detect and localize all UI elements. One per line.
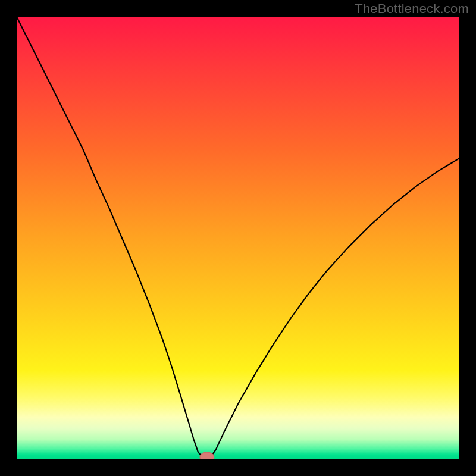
watermark-text: TheBottleneck.com bbox=[355, 1, 469, 17]
bottleneck-chart bbox=[17, 17, 459, 459]
chart-stage: TheBottleneck.com bbox=[0, 0, 476, 476]
balance-point-marker bbox=[200, 452, 214, 459]
plot-background bbox=[17, 17, 459, 459]
